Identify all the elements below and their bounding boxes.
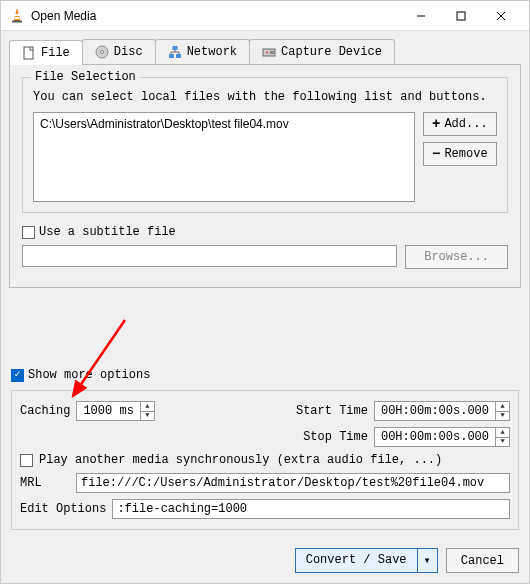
close-button[interactable] <box>481 2 521 30</box>
network-icon <box>168 45 182 59</box>
maximize-button[interactable] <box>441 2 481 30</box>
tab-network-label: Network <box>187 45 237 59</box>
svg-point-9 <box>100 51 103 54</box>
cancel-button-label: Cancel <box>461 554 504 568</box>
edit-options-input[interactable]: :file-caching=1000 <box>112 499 510 519</box>
file-list[interactable]: C:\Users\Administrator\Desktop\test file… <box>33 112 415 202</box>
minus-icon: − <box>432 147 440 161</box>
window-controls <box>401 2 521 30</box>
caching-spinner[interactable]: ▲▼ <box>140 402 154 420</box>
caching-input[interactable]: 1000 ms ▲▼ <box>76 401 154 421</box>
remove-button[interactable]: − Remove <box>423 142 497 166</box>
tab-file-label: File <box>41 46 70 60</box>
svg-rect-7 <box>24 47 33 59</box>
stop-time-spinner[interactable]: ▲▼ <box>495 428 509 446</box>
start-time-value: 00H:00m:00s.000 <box>375 402 495 420</box>
advanced-options-panel: Caching 1000 ms ▲▼ Start Time 00H:00m:00… <box>11 390 519 530</box>
dialog-footer: Convert / Save ▾ Cancel <box>1 538 529 583</box>
subtitle-file-input[interactable] <box>22 245 397 267</box>
window-title: Open Media <box>31 9 401 23</box>
svg-rect-1 <box>15 17 20 19</box>
disc-icon <box>95 45 109 59</box>
start-time-label: Start Time <box>296 404 368 418</box>
chevron-down-icon: ▾ <box>424 553 431 568</box>
file-selection-help: You can select local files with the foll… <box>33 90 497 104</box>
svg-rect-11 <box>176 54 181 58</box>
tab-disc-label: Disc <box>114 45 143 59</box>
titlebar: Open Media <box>1 1 529 31</box>
mrl-input[interactable]: file:///C:/Users/Administrator/Desktop/t… <box>76 473 510 493</box>
caching-label: Caching <box>20 404 70 418</box>
convert-save-button[interactable]: Convert / Save ▾ <box>295 548 438 573</box>
add-button-label: Add... <box>444 117 487 131</box>
tab-disc[interactable]: Disc <box>82 39 156 64</box>
subtitle-label: Use a subtitle file <box>39 225 176 239</box>
file-icon <box>22 46 36 60</box>
svg-rect-19 <box>270 51 274 54</box>
convert-save-label: Convert / Save <box>296 549 417 572</box>
browse-button[interactable]: Browse... <box>405 245 508 269</box>
caching-value: 1000 ms <box>77 402 139 420</box>
svg-rect-4 <box>457 12 465 20</box>
svg-rect-2 <box>12 20 22 22</box>
edit-options-label: Edit Options <box>20 502 106 516</box>
cancel-button[interactable]: Cancel <box>446 548 519 573</box>
svg-rect-12 <box>172 46 177 50</box>
svg-point-18 <box>266 52 268 54</box>
capture-icon <box>262 45 276 59</box>
dialog-content: File Disc Network Capture Device <box>1 31 529 538</box>
stop-time-value: 00H:00m:00s.000 <box>375 428 495 446</box>
tab-capture[interactable]: Capture Device <box>249 39 395 64</box>
vlc-icon <box>9 8 25 24</box>
tab-strip: File Disc Network Capture Device <box>9 39 521 64</box>
play-sync-checkbox[interactable] <box>20 454 33 467</box>
mrl-value: file:///C:/Users/Administrator/Desktop/t… <box>81 476 484 490</box>
convert-save-dropdown[interactable]: ▾ <box>417 549 437 572</box>
tab-file[interactable]: File <box>9 40 83 65</box>
file-selection-legend: File Selection <box>31 70 140 84</box>
file-panel: File Selection You can select local file… <box>9 64 521 288</box>
svg-rect-10 <box>169 54 174 58</box>
start-time-spinner[interactable]: ▲▼ <box>495 402 509 420</box>
minimize-button[interactable] <box>401 2 441 30</box>
stop-time-input[interactable]: 00H:00m:00s.000 ▲▼ <box>374 427 510 447</box>
mrl-label: MRL <box>20 476 70 490</box>
edit-options-value: :file-caching=1000 <box>117 502 247 516</box>
start-time-input[interactable]: 00H:00m:00s.000 ▲▼ <box>374 401 510 421</box>
add-button[interactable]: + Add... <box>423 112 497 136</box>
play-sync-label: Play another media synchronously (extra … <box>39 453 442 467</box>
browse-button-label: Browse... <box>424 250 489 264</box>
file-list-item[interactable]: C:\Users\Administrator\Desktop\test file… <box>40 117 408 131</box>
remove-button-label: Remove <box>444 147 487 161</box>
show-more-options-checkbox[interactable]: ✓ <box>11 369 24 382</box>
subtitle-checkbox[interactable] <box>22 226 35 239</box>
open-media-dialog: Open Media File <box>0 0 530 584</box>
file-selection-group: File Selection You can select local file… <box>22 77 508 213</box>
tab-network[interactable]: Network <box>155 39 250 64</box>
plus-icon: + <box>432 117 440 131</box>
stop-time-label: Stop Time <box>298 430 368 444</box>
svg-rect-0 <box>14 14 20 16</box>
show-more-options-row: ✓ Show more options <box>11 368 519 382</box>
show-more-options-label: Show more options <box>28 368 150 382</box>
tab-capture-label: Capture Device <box>281 45 382 59</box>
